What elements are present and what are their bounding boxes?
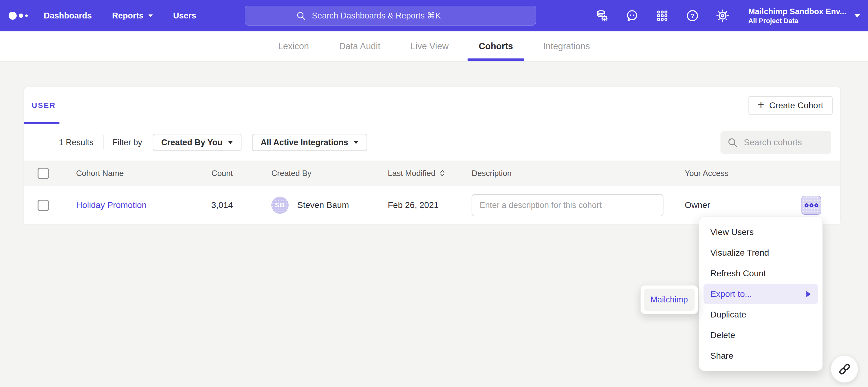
tab-live-view-label: Live View <box>411 41 449 51</box>
row-actions-context-menu: View Users Visualize Trend Refresh Count… <box>699 217 823 371</box>
nav-users[interactable]: Users <box>173 11 196 21</box>
menu-item-label: Refresh Count <box>710 269 766 278</box>
cohort-name-link[interactable]: Holiday Promotion <box>76 200 147 210</box>
created-by-filter-label: Created By You <box>161 138 223 147</box>
sort-icon <box>439 169 445 177</box>
submenu-item-mailchimp[interactable]: Mailchimp <box>644 288 694 311</box>
top-nav-links: Dashboards Reports Users <box>44 11 196 21</box>
project-selector[interactable]: Mailchimp Sandbox Env... All Project Dat… <box>748 6 860 25</box>
header-your-access: Your Access <box>685 169 840 178</box>
menu-item-refresh-count[interactable]: Refresh Count <box>699 263 823 284</box>
create-cohort-button[interactable]: + Create Cohort <box>748 96 833 115</box>
tab-data-audit[interactable]: Data Audit <box>339 31 380 61</box>
menu-item-label: Export to... <box>710 289 752 299</box>
cohort-type-tabstrip: USER + Create Cohort <box>24 87 840 124</box>
nav-dashboards[interactable]: Dashboards <box>44 11 92 21</box>
global-search-bar[interactable] <box>245 6 536 26</box>
created-by-filter-dropdown[interactable]: Created By You <box>153 134 242 151</box>
settings-gear-icon[interactable] <box>716 9 729 22</box>
nav-reports-label: Reports <box>112 11 144 21</box>
help-icon[interactable]: ? <box>686 9 699 22</box>
create-cohort-label: Create Cohort <box>769 101 823 110</box>
cohort-search-input[interactable] <box>743 137 822 148</box>
project-scope: All Project Data <box>748 16 846 25</box>
header-description: Description <box>472 169 663 178</box>
menu-item-duplicate[interactable]: Duplicate <box>699 304 823 325</box>
row-actions-menu-button[interactable] <box>802 196 821 215</box>
menu-item-share[interactable]: Share <box>699 346 823 366</box>
menu-item-export-to[interactable]: Export to... <box>704 284 818 304</box>
subnav-tabs: Lexicon Data Audit Live View Cohorts Int… <box>278 31 590 61</box>
menu-item-delete[interactable]: Delete <box>699 325 823 346</box>
logo-dot <box>25 14 28 17</box>
cohorts-card: USER + Create Cohort 1 Results Filter by… <box>24 87 840 223</box>
created-by-name: Steven Baum <box>297 200 349 210</box>
topbar-right-group: ? Mailchimp Sandbox Env... <box>595 0 860 31</box>
chevron-down-icon <box>855 14 860 17</box>
data-management-subnav: Lexicon Data Audit Live View Cohorts Int… <box>0 31 868 62</box>
global-search-input[interactable] <box>311 11 485 21</box>
row-checkbox-cell <box>24 200 62 211</box>
cohort-count-cell: 3,014 <box>199 200 233 210</box>
last-modified-cell: Feb 26, 2021 <box>388 200 472 210</box>
integrations-filter-dropdown[interactable]: All Active Integrations <box>252 134 367 151</box>
header-checkbox-cell <box>24 168 62 179</box>
access-value: Owner <box>685 200 710 210</box>
header-last-modified[interactable]: Last Modified <box>388 169 472 178</box>
project-name: Mailchimp Sandbox Env... <box>748 6 846 16</box>
header-count: Count <box>199 169 233 178</box>
top-navigation-bar: Dashboards Reports Users <box>0 0 868 31</box>
nav-users-label: Users <box>173 11 196 21</box>
menu-item-view-users[interactable]: View Users <box>699 222 823 242</box>
your-access-cell: Owner <box>685 196 840 215</box>
feedback-icon[interactable] <box>626 9 639 22</box>
ellipsis-icon <box>809 203 813 207</box>
ellipsis-icon <box>814 203 818 207</box>
integrations-filter-label: All Active Integrations <box>260 138 348 147</box>
description-input[interactable] <box>472 194 663 216</box>
logo-dot <box>9 12 17 20</box>
plus-icon: + <box>758 99 764 110</box>
search-icon <box>727 137 738 148</box>
filter-by-label: Filter by <box>113 138 142 147</box>
search-icon <box>296 11 306 21</box>
chevron-down-icon <box>228 141 233 144</box>
submenu-item-label: Mailchimp <box>651 295 688 305</box>
tab-cohorts-label: Cohorts <box>479 41 513 51</box>
screen: Dashboards Reports Users <box>0 0 868 387</box>
tab-user-cohorts[interactable]: USER <box>32 87 56 124</box>
menu-item-label: Visualize Trend <box>710 248 769 258</box>
divider <box>103 135 103 149</box>
chevron-down-icon <box>353 141 359 144</box>
tab-live-view[interactable]: Live View <box>411 31 449 61</box>
select-all-checkbox[interactable] <box>38 168 49 179</box>
filter-toolbar: 1 Results Filter by Created By You All A… <box>24 124 840 161</box>
header-created-by: Created By <box>271 169 388 178</box>
tab-integrations[interactable]: Integrations <box>544 31 590 61</box>
tab-user-label: USER <box>32 101 56 110</box>
submenu-arrow-icon <box>806 291 811 297</box>
tab-data-audit-label: Data Audit <box>339 41 380 51</box>
tab-cohorts[interactable]: Cohorts <box>479 31 513 61</box>
tab-lexicon-label: Lexicon <box>278 41 309 51</box>
link-icon <box>838 362 851 376</box>
mixpanel-logo-icon[interactable] <box>9 12 28 20</box>
nav-reports[interactable]: Reports <box>112 11 153 21</box>
menu-item-label: Share <box>710 351 734 361</box>
copy-link-floating-button[interactable] <box>831 355 858 383</box>
cohort-search-box[interactable] <box>720 131 831 154</box>
chevron-down-icon <box>149 14 153 17</box>
menu-item-label: View Users <box>710 227 754 237</box>
menu-item-label: Duplicate <box>710 310 746 320</box>
tab-lexicon[interactable]: Lexicon <box>278 31 309 61</box>
apps-grid-icon[interactable] <box>656 9 669 22</box>
row-checkbox[interactable] <box>38 200 49 211</box>
tab-integrations-label: Integrations <box>544 41 590 51</box>
results-count: 1 Results <box>59 138 94 147</box>
data-management-icon[interactable] <box>595 9 608 22</box>
created-by-cell: SB Steven Baum <box>271 197 388 214</box>
export-submenu: Mailchimp <box>640 285 698 314</box>
menu-item-visualize-trend[interactable]: Visualize Trend <box>699 242 823 263</box>
description-cell <box>472 194 663 216</box>
ellipsis-icon <box>805 203 809 207</box>
